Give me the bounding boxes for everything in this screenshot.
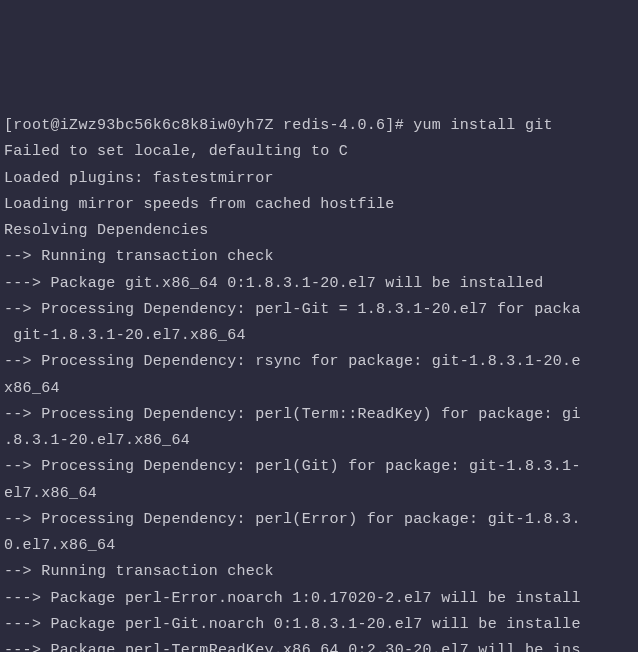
terminal-line: ---> Package perl-TermReadKey.x86_64 0:2… [4,638,634,652]
terminal-line: 0.el7.x86_64 [4,533,634,559]
terminal-line: --> Processing Dependency: rsync for pac… [4,349,634,375]
terminal-line: x86_64 [4,376,634,402]
terminal-line: --> Processing Dependency: perl(Error) f… [4,507,634,533]
terminal-line: el7.x86_64 [4,481,634,507]
terminal-line: --> Running transaction check [4,244,634,270]
terminal-line: --> Processing Dependency: perl(Term::Re… [4,402,634,428]
terminal-line: --> Processing Dependency: perl(Git) for… [4,454,634,480]
terminal-line: git-1.8.3.1-20.el7.x86_64 [4,323,634,349]
terminal-line: .8.3.1-20.el7.x86_64 [4,428,634,454]
terminal-line: Resolving Dependencies [4,218,634,244]
terminal-line: --> Processing Dependency: perl-Git = 1.… [4,297,634,323]
terminal-line: --> Running transaction check [4,559,634,585]
terminal-line: Failed to set locale, defaulting to C [4,139,634,165]
terminal-line: ---> Package git.x86_64 0:1.8.3.1-20.el7… [4,271,634,297]
terminal-line: [root@iZwz93bc56k6c8k8iw0yh7Z redis-4.0.… [4,113,634,139]
terminal-line: ---> Package perl-Git.noarch 0:1.8.3.1-2… [4,612,634,638]
terminal-line: Loaded plugins: fastestmirror [4,166,634,192]
terminal-output: [root@iZwz93bc56k6c8k8iw0yh7Z redis-4.0.… [4,113,634,652]
terminal-line: Loading mirror speeds from cached hostfi… [4,192,634,218]
terminal-line: ---> Package perl-Error.noarch 1:0.17020… [4,586,634,612]
